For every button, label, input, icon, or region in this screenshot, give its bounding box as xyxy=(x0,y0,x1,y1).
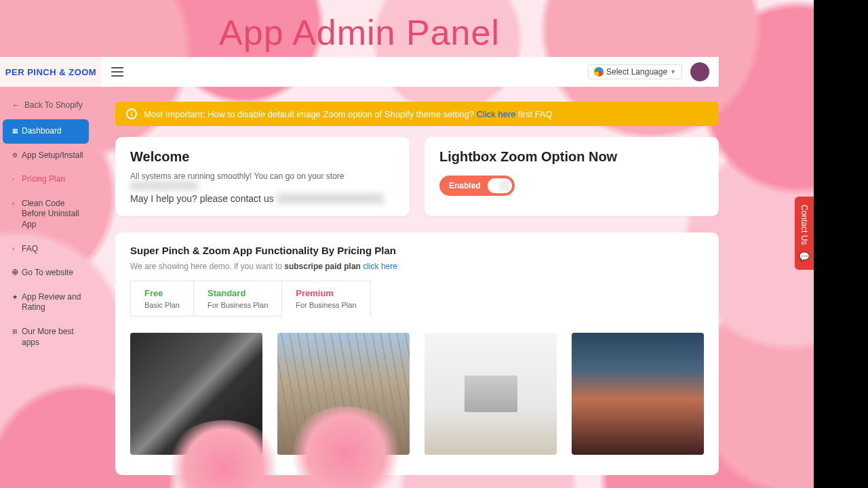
gear-icon: ⚙ xyxy=(12,152,18,160)
chevron-down-icon: ▼ xyxy=(670,68,676,75)
gallery-image-4[interactable] xyxy=(572,333,704,455)
language-label: Select Language xyxy=(606,67,667,77)
apps-icon: ⊞ xyxy=(12,328,18,336)
sidebar-item-app-review[interactable]: ★ App Review and Rating xyxy=(0,285,92,320)
star-icon: ★ xyxy=(12,293,18,302)
tab-free[interactable]: Free Basic Plan xyxy=(130,281,193,317)
lightbox-card: Lightbox Zoom Option Now Enabled xyxy=(425,137,719,216)
sidebar-item-more-apps[interactable]: ⊞ Our More best apps xyxy=(0,320,92,354)
tab-premium[interactable]: Premium For Business Plan xyxy=(281,281,370,317)
chevron-right-icon: › xyxy=(12,245,18,253)
sidebar: ← Back To Shopify ▦ Dashboard ⚙ App Setu… xyxy=(0,95,92,354)
page-title: App Admin Panel xyxy=(0,12,719,53)
pricing-tabs: Free Basic Plan Standard For Business Pl… xyxy=(130,281,704,317)
store-name-redacted: Hidden Storename xyxy=(130,181,198,190)
menu-toggle-icon[interactable] xyxy=(111,67,123,77)
grid-icon: ▦ xyxy=(12,127,18,136)
sidebar-item-pricing-plan[interactable]: › Pricing Plan xyxy=(0,167,92,192)
toggle-knob xyxy=(488,178,512,193)
language-selector[interactable]: Select Language ▼ xyxy=(588,64,682,79)
gallery-image-1[interactable] xyxy=(130,333,262,455)
gallery-image-2[interactable] xyxy=(277,333,410,455)
functionality-title: Super Pinch & Zoom App Functionality By … xyxy=(130,245,704,256)
chat-icon: 💬 xyxy=(799,251,810,262)
sidebar-item-clean-code[interactable]: › Clean Code Before Uninstall App xyxy=(0,192,92,237)
app-logo: PER PINCH & ZOOM xyxy=(0,57,102,87)
functionality-section: Super Pinch & Zoom App Functionality By … xyxy=(115,232,719,475)
google-translate-icon xyxy=(594,67,604,77)
demo-gallery xyxy=(130,333,704,455)
back-to-shopify-link[interactable]: ← Back To Shopify xyxy=(0,95,92,119)
topbar: Select Language ▼ xyxy=(102,57,719,87)
info-icon: i xyxy=(126,108,137,119)
welcome-card: Welcome All systems are running smoothly… xyxy=(115,137,410,216)
welcome-title: Welcome xyxy=(130,149,395,165)
alert-faq-link[interactable]: Click here xyxy=(477,109,516,119)
gallery-image-3[interactable] xyxy=(425,333,557,455)
sidebar-item-faq[interactable]: › FAQ xyxy=(0,237,92,262)
globe-icon: 🌐︎ xyxy=(12,269,18,277)
contact-email-redacted: app.example@gmail.com xyxy=(277,193,384,204)
subscribe-link[interactable]: click here xyxy=(363,262,397,271)
lightbox-toggle[interactable]: Enabled xyxy=(439,176,515,196)
sidebar-item-go-to-website[interactable]: 🌐︎ Go To website xyxy=(0,261,92,285)
main-content: i Most Important: How to disable default… xyxy=(115,102,719,475)
tab-standard[interactable]: Standard For Business Plan xyxy=(193,281,281,317)
lightbox-title: Lightbox Zoom Option Now xyxy=(439,149,704,165)
sidebar-item-app-setup[interactable]: ⚙ App Setup/Install xyxy=(0,144,92,168)
chevron-right-icon: › xyxy=(12,176,18,184)
right-black-strip xyxy=(814,0,868,488)
chevron-right-icon: › xyxy=(12,200,18,208)
sidebar-item-dashboard[interactable]: ▦ Dashboard xyxy=(3,119,89,144)
back-arrow-icon: ← xyxy=(12,100,20,110)
important-alert: i Most Important: How to disable default… xyxy=(115,102,719,126)
user-avatar[interactable] xyxy=(690,62,709,81)
contact-us-tab[interactable]: Contact Us 💬 xyxy=(795,197,814,270)
